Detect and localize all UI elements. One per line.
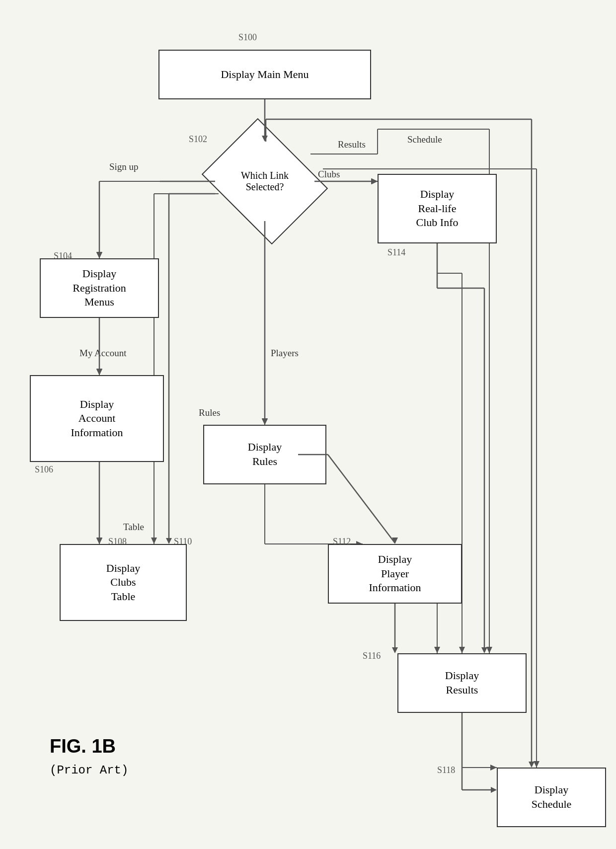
- display-rules-box: Display Rules: [203, 425, 326, 484]
- s114-label: S114: [387, 247, 405, 258]
- which-link-diamond: Which Link Selected?: [215, 142, 314, 221]
- svg-marker-41: [262, 419, 268, 425]
- display-clubs-table-box: Display Clubs Table: [60, 544, 187, 621]
- s112-label: S112: [333, 537, 351, 547]
- svg-marker-15: [371, 178, 378, 184]
- svg-marker-33: [151, 538, 157, 544]
- svg-marker-64: [529, 762, 535, 768]
- svg-marker-19: [459, 647, 465, 653]
- rules-label: Rules: [199, 407, 220, 418]
- schedule-label: Schedule: [407, 134, 442, 145]
- svg-marker-30: [534, 761, 539, 768]
- svg-marker-4: [96, 252, 102, 258]
- svg-marker-36: [490, 765, 497, 771]
- svg-marker-21: [434, 647, 440, 653]
- s100-label: S100: [238, 32, 257, 43]
- svg-marker-54: [372, 178, 378, 184]
- svg-marker-26: [486, 647, 492, 653]
- clubs-label: Clubs: [318, 169, 340, 180]
- display-reallife-club-box: Display Real-life Club Info: [378, 174, 497, 243]
- svg-marker-67: [166, 538, 172, 544]
- s118-label: S118: [437, 765, 455, 775]
- svg-marker-52: [96, 538, 102, 544]
- svg-marker-8: [96, 538, 102, 544]
- svg-marker-44: [392, 538, 398, 544]
- display-account-box: Display Account Information: [30, 375, 164, 462]
- svg-marker-70: [491, 787, 497, 793]
- svg-marker-48: [96, 252, 102, 258]
- display-main-menu-box: Display Main Menu: [158, 50, 371, 99]
- svg-marker-60: [392, 647, 398, 653]
- prior-art-label: (Prior Art): [50, 764, 128, 777]
- svg-line-43: [328, 455, 395, 543]
- figure-label: FIG. 1B: [50, 736, 116, 757]
- sign-up-label: Sign up: [109, 161, 139, 172]
- display-schedule-box: Display Schedule: [497, 768, 606, 827]
- results-label: Results: [338, 139, 366, 150]
- s102-label: S102: [189, 134, 207, 145]
- diagram-container: S100 Display Main Menu S102 Which Link S…: [0, 0, 616, 849]
- my-account-label: My Account: [79, 348, 126, 359]
- players-label: Players: [271, 348, 299, 359]
- svg-marker-10: [262, 418, 268, 425]
- svg-marker-50: [96, 369, 102, 375]
- s116-label: S116: [363, 651, 381, 661]
- table-label: Table: [123, 522, 144, 533]
- display-player-info-box: Display Player Information: [328, 544, 462, 604]
- svg-marker-6: [96, 369, 102, 375]
- display-results-box: Display Results: [397, 653, 527, 713]
- display-registration-box: Display Registration Menus: [40, 258, 159, 318]
- s106-label: S106: [35, 464, 53, 475]
- svg-marker-58: [481, 647, 487, 653]
